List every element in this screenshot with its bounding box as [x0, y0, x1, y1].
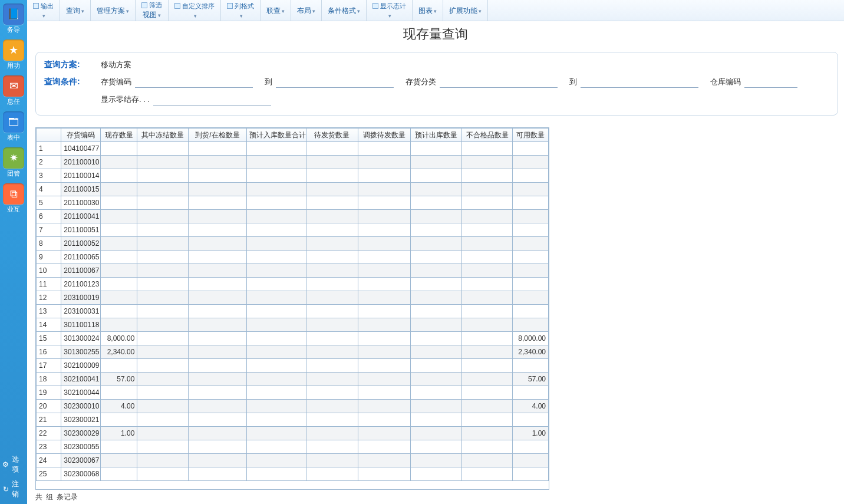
cell[interactable]: [137, 427, 189, 440]
row-number[interactable]: 16: [37, 345, 61, 359]
cell[interactable]: [513, 237, 549, 251]
cell[interactable]: [513, 264, 549, 278]
cell[interactable]: [358, 264, 411, 278]
stock-code-to-input[interactable]: [276, 76, 394, 88]
cell[interactable]: [306, 332, 358, 345]
cell[interactable]: [513, 291, 549, 305]
cell[interactable]: [461, 183, 513, 196]
table-row[interactable]: 163013002552,340.002,340.00: [37, 345, 549, 359]
cell[interactable]: [100, 251, 137, 264]
cell[interactable]: [189, 373, 247, 386]
sidebar-bottom-1[interactable]: ↻注销: [0, 477, 27, 502]
cell[interactable]: [411, 440, 462, 454]
ribbon-btn-9[interactable]: 显示态计: [367, 0, 413, 21]
table-row[interactable]: 19302100044: [37, 386, 549, 400]
cell[interactable]: [306, 440, 358, 454]
cell[interactable]: [306, 345, 358, 359]
table-row[interactable]: 4201100015: [37, 183, 549, 196]
cell[interactable]: [411, 237, 462, 251]
cell[interactable]: [100, 278, 137, 291]
cell[interactable]: [100, 291, 137, 305]
cell[interactable]: [513, 156, 549, 169]
cell[interactable]: [306, 318, 358, 332]
table-row[interactable]: 7201100051: [37, 223, 549, 237]
cell[interactable]: [189, 454, 247, 467]
row-number[interactable]: 22: [37, 427, 61, 440]
cell[interactable]: [189, 305, 247, 318]
table-row[interactable]: 6201100041: [37, 210, 549, 223]
cell[interactable]: [411, 400, 462, 413]
cell[interactable]: [189, 345, 247, 359]
cell[interactable]: [306, 454, 358, 467]
cell[interactable]: [100, 440, 137, 454]
cell[interactable]: [246, 345, 306, 359]
cell[interactable]: [513, 454, 549, 467]
cell[interactable]: [189, 413, 247, 427]
cell[interactable]: [137, 291, 189, 305]
cell-code[interactable]: 301300255: [61, 345, 101, 359]
cell[interactable]: [189, 278, 247, 291]
show-zero-input[interactable]: [153, 94, 271, 106]
ribbon-btn-7[interactable]: 布局: [291, 0, 322, 21]
cell-code[interactable]: 201100030: [61, 196, 101, 210]
cell[interactable]: [137, 251, 189, 264]
cell-code[interactable]: 201100014: [61, 169, 101, 183]
cell[interactable]: [246, 359, 306, 373]
cell[interactable]: [137, 264, 189, 278]
cell[interactable]: [306, 427, 358, 440]
cell[interactable]: [461, 305, 513, 318]
cell[interactable]: [411, 251, 462, 264]
cell[interactable]: [189, 332, 247, 345]
cell[interactable]: [358, 373, 411, 386]
sidebar-item-5[interactable]: ⧉ 业互: [1, 183, 27, 213]
cell[interactable]: [189, 400, 247, 413]
cell[interactable]: [137, 210, 189, 223]
table-row[interactable]: 8201100052: [37, 237, 549, 251]
query-plan-value[interactable]: 移动方案: [101, 60, 131, 70]
table-row[interactable]: 14301100118: [37, 318, 549, 332]
row-number[interactable]: 3: [37, 169, 61, 183]
cell[interactable]: [461, 142, 513, 156]
row-number[interactable]: 24: [37, 454, 61, 467]
cell[interactable]: [306, 291, 358, 305]
cell[interactable]: [411, 454, 462, 467]
stock-cat-input[interactable]: [440, 76, 558, 88]
cell[interactable]: [358, 413, 411, 427]
table-row[interactable]: 5201100030: [37, 196, 549, 210]
cell-code[interactable]: 201100052: [61, 237, 101, 251]
table-row[interactable]: 223023000291.001.00: [37, 427, 549, 440]
cell[interactable]: [411, 427, 462, 440]
cell[interactable]: [306, 169, 358, 183]
cell[interactable]: [246, 264, 306, 278]
ribbon-btn-2[interactable]: 管理方案: [91, 0, 136, 21]
cell[interactable]: [306, 373, 358, 386]
table-row[interactable]: 1104100477: [37, 142, 549, 156]
cell[interactable]: [411, 210, 462, 223]
ribbon-btn-0[interactable]: 输出: [27, 0, 60, 21]
cell[interactable]: [358, 169, 411, 183]
row-number[interactable]: 11: [37, 278, 61, 291]
cell[interactable]: [246, 291, 306, 305]
cell[interactable]: 57.00: [513, 373, 549, 386]
cell[interactable]: [513, 169, 549, 183]
cell[interactable]: [137, 223, 189, 237]
row-number[interactable]: 13: [37, 305, 61, 318]
cell[interactable]: 57.00: [100, 373, 137, 386]
cell[interactable]: [246, 305, 306, 318]
cell[interactable]: [358, 223, 411, 237]
cell[interactable]: [411, 413, 462, 427]
cell[interactable]: [358, 345, 411, 359]
cell[interactable]: [246, 400, 306, 413]
cell-code[interactable]: 201100123: [61, 278, 101, 291]
cell[interactable]: [461, 169, 513, 183]
row-number[interactable]: 1: [37, 142, 61, 156]
cell[interactable]: [358, 210, 411, 223]
cell[interactable]: [137, 169, 189, 183]
cell-code[interactable]: 302300029: [61, 427, 101, 440]
cell[interactable]: [246, 210, 306, 223]
cell[interactable]: [246, 169, 306, 183]
cell[interactable]: [100, 264, 137, 278]
cell[interactable]: [137, 142, 189, 156]
cell[interactable]: [513, 318, 549, 332]
table-row[interactable]: 9201100065: [37, 251, 549, 264]
